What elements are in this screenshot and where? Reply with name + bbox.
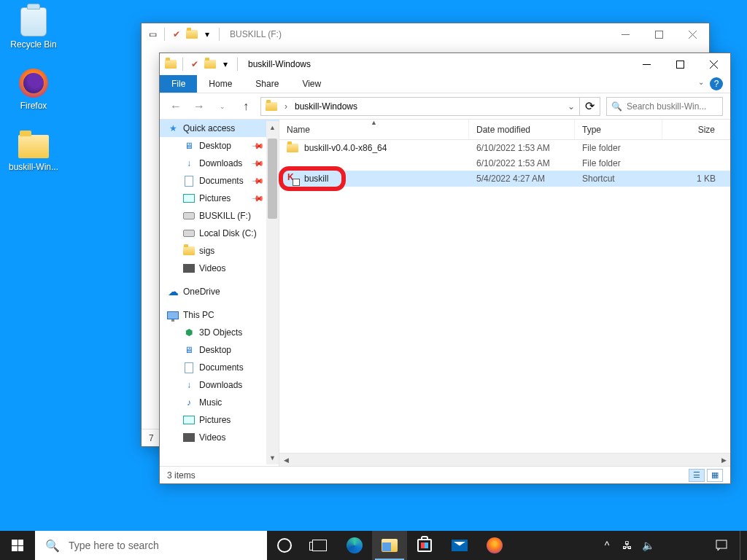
list-item[interactable]: 6/10/2022 1:53 AM File folder <box>279 156 730 171</box>
nav-sigs[interactable]: sigs <box>160 242 279 260</box>
scroll-up-icon[interactable]: ▲ <box>266 121 279 134</box>
listview-h-scrollbar[interactable]: ◀ ▶ <box>279 453 730 466</box>
maximize-button[interactable] <box>663 53 697 75</box>
videos-icon <box>183 432 195 443</box>
taskbar-store[interactable] <box>407 531 442 560</box>
edge-icon <box>347 537 363 553</box>
folder-icon <box>266 102 277 111</box>
nav-downloads[interactable]: ↓Downloads📌 <box>160 155 279 172</box>
address-bar[interactable]: buskill-Windows ⌄ <box>260 97 580 116</box>
maximize-button[interactable] <box>642 23 676 45</box>
help-icon[interactable]: ? <box>710 77 723 90</box>
close-button[interactable] <box>676 23 709 45</box>
taskbar-cortana[interactable] <box>267 531 302 560</box>
qat-properties-icon[interactable]: ✔ <box>188 58 201 71</box>
tray-show-hidden-icons[interactable]: ^ <box>598 531 616 560</box>
taskbar-edge[interactable] <box>337 531 372 560</box>
scroll-down-icon[interactable]: ▼ <box>266 451 279 464</box>
tray-clock[interactable] <box>659 531 703 560</box>
nav-quick-access[interactable]: ★Quick access <box>160 120 279 137</box>
recycle-bin-icon <box>20 7 47 36</box>
navigation-pane[interactable]: ★Quick access 🖥Desktop📌 ↓Downloads📌 Docu… <box>160 120 279 466</box>
ribbon-tab-view[interactable]: View <box>290 75 333 93</box>
view-details-button[interactable]: ☰ <box>689 469 705 482</box>
nav-local-disk-c[interactable]: Local Disk (C:) <box>160 225 279 242</box>
nav-pc-music[interactable]: ♪Music <box>160 394 279 411</box>
minimize-button[interactable] <box>630 53 663 75</box>
nav-onedrive[interactable]: ☁OneDrive <box>160 283 279 300</box>
breadcrumb-segment[interactable]: buskill-Windows <box>295 101 357 112</box>
ribbon-tab-home[interactable]: Home <box>197 75 244 93</box>
nav-buskill-drive[interactable]: BUSKILL (F:) <box>160 207 279 225</box>
window-foreground-explorer[interactable]: ✔ ▾ buskill-Windows File Home Share View… <box>159 52 731 484</box>
refresh-button[interactable]: ⟳ <box>580 97 600 116</box>
nav-pc-desktop[interactable]: 🖥Desktop <box>160 341 279 359</box>
desktop-icon-firefox[interactable]: Firefox <box>6 67 61 111</box>
taskbar: 🔍 Type here to search ^ 🖧 🔈 <box>0 531 747 560</box>
taskbar-firefox[interactable] <box>477 531 512 560</box>
titlebar[interactable]: ▭ ✔ ▾ BUSKILL (F:) <box>142 23 709 45</box>
taskbar-file-explorer[interactable] <box>372 531 407 560</box>
nav-recent-dropdown[interactable]: ⌄ <box>214 98 231 115</box>
desktop-icon: 🖥 <box>183 344 195 356</box>
firefox-icon <box>487 537 503 553</box>
taskbar-task-view[interactable] <box>302 531 337 560</box>
list-item-selected[interactable]: buskill 5/4/2022 4:27 AM Shortcut 1 KB <box>279 171 730 187</box>
tray-network-icon[interactable]: 🖧 <box>619 531 636 560</box>
navpane-scrollbar[interactable]: ▲ ▼ <box>266 121 279 464</box>
qat-dropdown-icon[interactable]: ▾ <box>219 58 232 71</box>
nav-this-pc[interactable]: This PC <box>160 306 279 324</box>
list-item[interactable]: buskill-v0.4.0-x86_64 6/10/2022 1:53 AM … <box>279 140 730 156</box>
show-desktop-button[interactable] <box>740 531 744 560</box>
ribbon-tab-file[interactable]: File <box>160 75 197 93</box>
nav-pictures[interactable]: Pictures📌 <box>160 190 279 207</box>
view-large-icons-button[interactable]: ▦ <box>707 469 723 482</box>
taskbar-search[interactable]: 🔍 Type here to search <box>35 531 267 560</box>
desktop-icon-buskill-folder[interactable]: buskill-Win... <box>6 128 61 172</box>
nav-pc-pictures[interactable]: Pictures <box>160 411 279 429</box>
search-input[interactable]: 🔍 Search buskill-Win... <box>606 97 723 116</box>
svg-rect-2 <box>716 540 727 548</box>
nav-3d-objects[interactable]: ⬢3D Objects <box>160 324 279 341</box>
nav-back-button[interactable]: ← <box>167 98 185 115</box>
ribbon-expand-icon[interactable]: ⌄ <box>698 78 704 86</box>
nav-pc-videos[interactable]: Videos <box>160 429 279 446</box>
column-header-size[interactable]: Size <box>662 120 730 139</box>
column-header-name[interactable]: Name▲ <box>279 120 469 139</box>
column-header-type[interactable]: Type <box>575 120 662 139</box>
folder-icon <box>164 58 177 71</box>
nav-up-button[interactable]: ↑ <box>237 98 255 115</box>
titlebar[interactable]: ✔ ▾ buskill-Windows <box>160 53 730 75</box>
column-header-date[interactable]: Date modified <box>469 120 575 139</box>
folder-icon <box>204 58 217 71</box>
nav-documents[interactable]: Documents📌 <box>160 172 279 190</box>
nav-pc-documents[interactable]: Documents <box>160 359 279 376</box>
scroll-left-icon[interactable]: ◀ <box>279 454 293 466</box>
close-button[interactable] <box>697 53 730 75</box>
folder-icon <box>18 135 49 158</box>
qat-properties-icon[interactable]: ✔ <box>170 28 183 41</box>
qat-dropdown-icon[interactable]: ▾ <box>201 28 214 41</box>
nav-forward-button[interactable]: → <box>190 98 208 115</box>
address-dropdown-icon[interactable]: ⌄ <box>568 101 575 112</box>
windows-logo-icon <box>12 540 23 551</box>
nav-desktop[interactable]: 🖥Desktop📌 <box>160 137 279 155</box>
pin-icon: 📌 <box>250 191 264 205</box>
start-button[interactable] <box>0 531 35 560</box>
action-center-button[interactable] <box>706 540 737 551</box>
desktop-icon-recycle-bin[interactable]: Recycle Bin <box>6 6 61 50</box>
shortcut-icon <box>287 173 298 184</box>
scroll-thumb[interactable] <box>268 139 277 219</box>
notification-icon <box>716 540 727 551</box>
minimize-button[interactable] <box>608 23 642 45</box>
ribbon-tab-share[interactable]: Share <box>244 75 290 93</box>
nav-videos[interactable]: Videos <box>160 260 279 277</box>
folder-icon <box>183 245 195 257</box>
tray-volume-icon[interactable]: 🔈 <box>639 531 657 560</box>
store-icon <box>417 539 432 552</box>
taskbar-mail[interactable] <box>442 531 477 560</box>
nav-pc-downloads[interactable]: ↓Downloads <box>160 376 279 394</box>
breadcrumb-separator-icon[interactable] <box>282 101 290 112</box>
scroll-right-icon[interactable]: ▶ <box>717 454 730 466</box>
downloads-icon: ↓ <box>183 158 195 169</box>
